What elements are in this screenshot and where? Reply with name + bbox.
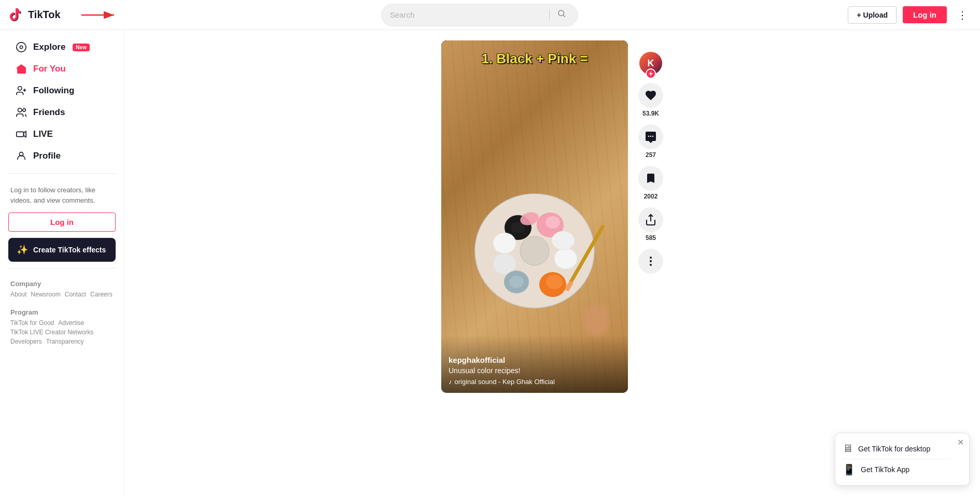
sidebar-item-for-you[interactable]: For You <box>4 58 120 80</box>
main-content: 1. Black + Pink = <box>124 30 980 403</box>
svg-point-8 <box>23 109 26 112</box>
sidebar: Explore New For You Following <box>0 30 124 403</box>
company-heading: Company <box>10 280 114 288</box>
create-effects-button[interactable]: ✨ Create TikTok effects <box>8 238 116 262</box>
sidebar-item-explore[interactable]: Explore New <box>4 36 120 58</box>
svg-point-19 <box>493 253 516 274</box>
sidebar-item-label-explore: Explore <box>33 42 65 52</box>
svg-point-18 <box>493 233 516 253</box>
bookmark-icon-circle <box>638 166 663 191</box>
svg-point-4 <box>17 42 26 52</box>
main-nav: Explore New For You Following <box>0 36 124 167</box>
profile-icon <box>15 150 28 162</box>
creator-avatar[interactable]: K + <box>638 51 663 76</box>
live-icon <box>15 129 28 140</box>
explore-badge: New <box>73 44 90 51</box>
footer-link-careers[interactable]: Careers <box>90 291 113 298</box>
upload-button[interactable]: + Upload <box>848 6 897 24</box>
footer-link-transparency[interactable]: Transparency <box>46 338 84 345</box>
svg-rect-9 <box>17 132 24 136</box>
bookmark-count: 2002 <box>644 193 658 200</box>
svg-point-28 <box>648 136 649 137</box>
company-footer: Company About Newsroom Contact Careers <box>0 275 124 303</box>
svg-point-30 <box>652 136 653 137</box>
svg-point-6 <box>18 87 22 90</box>
footer-link-developers[interactable]: Developers <box>10 338 42 345</box>
comment-icon-circle <box>638 124 663 149</box>
bookmark-button[interactable]: 2002 <box>638 166 663 200</box>
svg-point-23 <box>546 275 563 289</box>
friends-icon <box>15 107 28 118</box>
footer-link-about[interactable]: About <box>10 291 26 298</box>
comment-count: 257 <box>646 151 656 159</box>
sidebar-item-friends[interactable]: Friends <box>4 102 120 123</box>
avatar-letter: K <box>648 58 654 69</box>
comment-button[interactable]: 257 <box>638 124 663 159</box>
sidebar-item-live[interactable]: LIVE <box>4 123 120 145</box>
search-icon <box>557 9 566 18</box>
action-bar: K + 53.9K <box>638 40 663 274</box>
footer-link-live-creator[interactable]: TikTok LIVE Creator Networks <box>10 329 93 336</box>
more-actions-button[interactable] <box>638 249 663 274</box>
sidebar-item-following[interactable]: Following <box>4 80 120 102</box>
comment-icon <box>645 131 657 143</box>
login-prompt-text: Log in to follow creators, like videos, … <box>0 180 124 212</box>
search-arrow-indicator <box>79 7 120 23</box>
tiktok-logo-icon <box>8 7 25 23</box>
video-feed: 1. Black + Pink = <box>441 40 663 393</box>
sidebar-divider-1 <box>8 173 116 174</box>
video-card[interactable]: 1. Black + Pink = <box>441 40 628 393</box>
following-icon <box>15 85 28 96</box>
sidebar-item-label-profile: Profile <box>33 151 61 161</box>
follow-plus-button[interactable]: + <box>646 68 656 79</box>
svg-point-2 <box>558 10 564 16</box>
home-icon <box>15 63 28 75</box>
like-count: 53.9K <box>642 110 659 117</box>
share-icon-circle <box>638 207 663 232</box>
video-sound: ♪ original sound - Kep Ghak Official <box>449 378 621 386</box>
share-button[interactable]: 585 <box>638 207 663 242</box>
svg-point-12 <box>520 236 549 265</box>
search-button[interactable] <box>554 8 569 22</box>
search-box <box>381 4 578 26</box>
video-title-overlay: 1. Black + Pink = <box>441 51 628 67</box>
footer-link-contact[interactable]: Contact <box>65 291 86 298</box>
footer-link-newsroom[interactable]: Newsroom <box>31 291 60 298</box>
company-links: About Newsroom Contact Careers <box>10 291 114 298</box>
create-effects-label: Create TikTok effects <box>33 246 106 254</box>
header: TikTok + Uplo <box>0 0 980 30</box>
login-button[interactable]: Log in <box>903 6 947 23</box>
sidebar-divider-2 <box>8 268 116 268</box>
program-heading: Program <box>10 308 114 316</box>
more-dots-icon <box>645 255 657 267</box>
svg-point-24 <box>554 248 577 269</box>
heart-icon-circle <box>638 83 663 108</box>
program-footer: Program TikTok for Good Advertise TikTok… <box>0 303 124 350</box>
program-links: TikTok for Good Advertise TikTok LIVE Cr… <box>10 319 114 345</box>
video-info-overlay: kepghakofficial Unusual color recipes! ♪… <box>441 335 628 393</box>
more-icon-circle <box>638 249 663 274</box>
footer-link-tiktok-good[interactable]: TikTok for Good <box>10 319 54 327</box>
search-divider <box>549 9 550 21</box>
svg-point-7 <box>18 108 22 112</box>
paint-palette-svg <box>462 173 607 318</box>
svg-point-16 <box>545 216 560 229</box>
header-right: + Upload Log in ⋮ <box>847 6 972 24</box>
like-button[interactable]: 53.9K <box>638 83 663 117</box>
svg-point-29 <box>650 136 651 137</box>
search-area <box>120 4 839 26</box>
sidebar-item-profile[interactable]: Profile <box>4 145 120 167</box>
more-options-button[interactable]: ⋮ <box>953 7 972 23</box>
sidebar-login-button[interactable]: Log in <box>8 212 116 232</box>
music-icon: ♪ <box>449 378 452 386</box>
explore-icon <box>15 41 28 53</box>
sidebar-item-label-following: Following <box>33 86 74 96</box>
share-count: 585 <box>646 234 656 242</box>
svg-line-3 <box>563 15 565 17</box>
arrow-icon <box>79 7 120 23</box>
video-username: kepghakofficial <box>449 356 621 364</box>
svg-point-21 <box>509 276 524 288</box>
search-input[interactable] <box>390 10 545 19</box>
sparkle-icon: ✨ <box>17 244 28 256</box>
footer-link-advertise[interactable]: Advertise <box>58 319 84 327</box>
